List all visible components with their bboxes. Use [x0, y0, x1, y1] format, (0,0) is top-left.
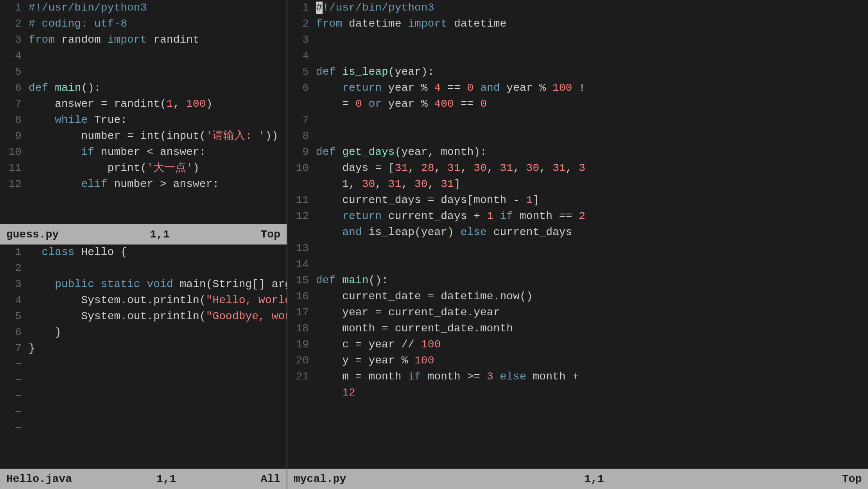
table-row: 1#!/usr/bin/python3: [287, 0, 868, 16]
table-row: 16 current_date = datetime.now(): [287, 289, 868, 305]
bottom-statusbar: Hello.java 1,1 All mycal.py 1,1 Top: [0, 469, 868, 489]
table-row: 10 if number < answer:: [0, 144, 287, 160]
table-row: and is_leap(year) else current_days: [287, 225, 868, 241]
table-row: 5: [0, 64, 287, 80]
table-row: 1#!/usr/bin/python3: [0, 0, 287, 16]
table-row: 6 return year % 4 == 0 and year % 100 !: [287, 80, 868, 96]
table-row: 9def get_days(year, month):: [287, 144, 868, 160]
table-row: 3from random import randint: [0, 32, 287, 48]
table-row: 17 year = current_date.year: [287, 305, 868, 321]
table-row: 3 public static void main(String[] args)…: [0, 277, 287, 293]
table-row: 2from datetime import datetime: [287, 16, 868, 32]
left-pane: 1#!/usr/bin/python3 2# coding: utf-8 3fr…: [0, 0, 287, 469]
guess-py-top: Top: [261, 228, 280, 241]
table-row: 1 class Hello {: [0, 244, 287, 261]
table-row: 2# coding: utf-8: [0, 16, 287, 32]
table-row: 1, 30, 31, 30, 31]: [287, 176, 868, 192]
table-row: 4 System.out.println("Hello, world!");: [0, 293, 287, 309]
mycal-py-pos: 1,1: [584, 473, 604, 485]
table-row: 9 number = int(input('请输入: ')): [0, 128, 287, 144]
editor-area: 1#!/usr/bin/python3 2# coding: utf-8 3fr…: [0, 0, 868, 469]
table-row: 21 m = month if month >= 3 else month +: [287, 369, 868, 385]
table-row: 14: [287, 257, 868, 273]
hello-java-filename: Hello.java: [6, 473, 72, 485]
mycal-py-extra: Top: [842, 473, 862, 485]
table-row: 5 System.out.println("Goodbye, world!");: [0, 309, 287, 325]
table-row: ~: [0, 405, 287, 421]
table-row: 6 }: [0, 325, 287, 341]
table-row: 12 elif number > answer:: [0, 176, 287, 192]
table-row: ~: [0, 357, 287, 373]
hello-java-pos: 1,1: [156, 473, 176, 485]
mycal-py-statusbar: mycal.py 1,1 Top: [287, 469, 868, 489]
table-row: 19 c = year // 100: [287, 337, 868, 353]
table-row: 5def is_leap(year):: [287, 64, 868, 80]
right-pane: 1#!/usr/bin/python3 2from datetime impor…: [287, 0, 868, 469]
table-row: 10 days = [31, 28, 31, 30, 31, 30, 31, 3: [287, 160, 868, 176]
table-row: 13: [287, 241, 868, 257]
table-row: 6def main():: [0, 80, 287, 96]
mycal-py-filename: mycal.py: [294, 473, 346, 485]
table-row: 4: [287, 48, 868, 64]
table-row: 2: [0, 261, 287, 277]
table-row: 11 print('大一点'): [0, 160, 287, 176]
mycal-py-code[interactable]: 1#!/usr/bin/python3 2from datetime impor…: [287, 0, 868, 469]
hello-java-statusbar: Hello.java 1,1 All: [0, 469, 287, 489]
table-row: ~: [0, 373, 287, 389]
table-row: 18 month = current_date.month: [287, 321, 868, 337]
table-row: = 0 or year % 400 == 0: [287, 96, 868, 112]
table-row: 12 return current_days + 1 if month == 2: [287, 209, 868, 225]
table-row: 7 answer = randint(1, 100): [0, 96, 287, 112]
table-row: 15def main():: [287, 273, 868, 289]
table-row: 20 y = year % 100: [287, 353, 868, 369]
guess-py-code[interactable]: 1#!/usr/bin/python3 2# coding: utf-8 3fr…: [0, 0, 287, 224]
hello-java-extra: All: [261, 473, 280, 485]
table-row: 7}: [0, 341, 287, 357]
table-row: ~: [0, 421, 287, 437]
guess-py-pos: 1,1: [150, 228, 169, 241]
table-row: 12: [287, 385, 868, 401]
table-row: 8 while True:: [0, 112, 287, 128]
table-row: 4: [0, 48, 287, 64]
table-row: ~: [0, 389, 287, 405]
hello-java-code[interactable]: 1 class Hello { 2 3 public static void m…: [0, 244, 287, 469]
table-row: 3: [287, 32, 868, 48]
table-row: 11 current_days = days[month - 1]: [287, 192, 868, 209]
guess-py-statusbar: guess.py 1,1 Top: [0, 224, 287, 244]
guess-py-filename: guess.py: [6, 228, 59, 241]
table-row: 7: [287, 112, 868, 128]
table-row: 8: [287, 128, 868, 144]
